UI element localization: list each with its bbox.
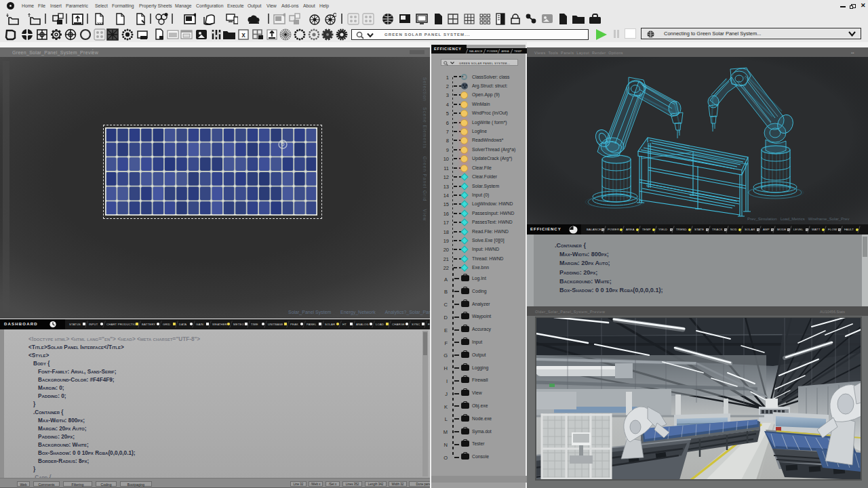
svg-text:x: x — [241, 31, 245, 39]
